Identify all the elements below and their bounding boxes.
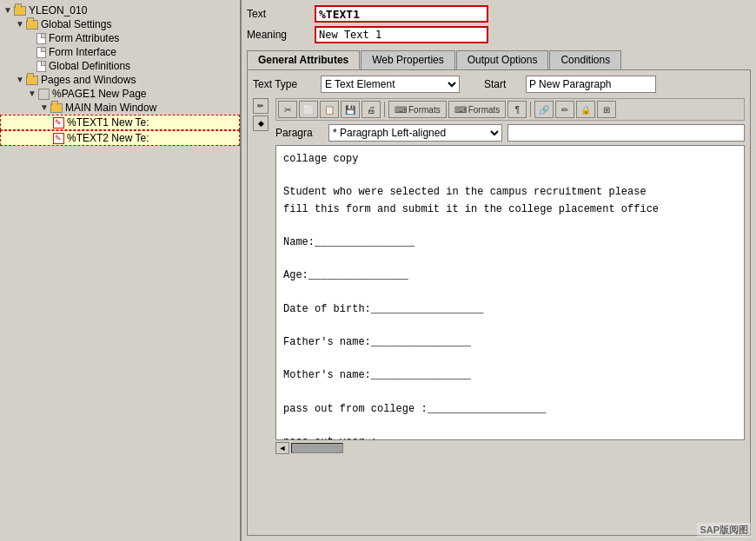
- editor-line: [283, 251, 737, 267]
- tree-item-text1[interactable]: %TEXT1 New Te:: [0, 115, 240, 130]
- side-btn-1[interactable]: ✏: [253, 98, 269, 114]
- tree-item-global-settings[interactable]: ▼ Global Settings: [0, 17, 240, 31]
- editor-line: pass out year :________________: [283, 434, 737, 440]
- editor-line: [283, 218, 737, 234]
- tree-item-main-window[interactable]: ▼ MAIN Main Window: [0, 101, 240, 115]
- editor-line: Student who were selected in the campus …: [283, 184, 737, 201]
- cut-button[interactable]: ✂: [278, 101, 297, 118]
- start-label: Start: [484, 78, 519, 90]
- editor-line: [283, 168, 737, 184]
- doc-icon: [36, 33, 46, 44]
- print-button[interactable]: 🖨: [361, 101, 381, 118]
- expand-icon: ▼: [3, 6, 12, 15]
- side-buttons: ✏ ◆: [253, 98, 269, 131]
- paragraph-row: Paragra * Paragraph Left-aligned: [275, 124, 745, 142]
- tree-label: Pages and Windows: [41, 74, 136, 86]
- formats-button-1[interactable]: ⌨ Formats: [388, 101, 447, 118]
- tree-label: %PAGE1 New Page: [52, 88, 147, 100]
- folder-icon: [50, 103, 63, 113]
- side-btn-2[interactable]: ◆: [253, 115, 269, 131]
- para-button[interactable]: ¶: [507, 101, 527, 118]
- editor-line: [283, 318, 737, 334]
- expand-icon: ▼: [28, 89, 36, 98]
- grid-button[interactable]: ⊞: [597, 101, 616, 118]
- tree-label: %TEXT2 New Te:: [67, 132, 149, 144]
- tree-item-page1[interactable]: ▼ %PAGE1 New Page: [0, 87, 240, 101]
- save-button[interactable]: 💾: [341, 101, 360, 118]
- start-input[interactable]: [526, 76, 656, 93]
- edit-icon: [53, 117, 64, 129]
- tree-label: Form Attributes: [49, 32, 119, 44]
- expand-icon: ▼: [40, 103, 49, 112]
- folder-icon: [14, 6, 26, 16]
- tab-conditions[interactable]: Conditions: [549, 50, 621, 69]
- paragraph-label: Paragra: [275, 127, 323, 139]
- editor-line: pass out from college :_________________…: [283, 401, 737, 418]
- tree-item-form-attributes[interactable]: Form Attributes: [0, 31, 240, 45]
- tree-label: %TEXT1 New Te:: [67, 116, 149, 129]
- sep2: [530, 102, 531, 117]
- folder-icon: [26, 20, 38, 30]
- expand-icon: ▼: [16, 20, 24, 29]
- tabs-bar: General Attributes Web Properties Output…: [247, 50, 751, 69]
- copy-button[interactable]: ⬜: [299, 101, 318, 118]
- tree-label: Form Interface: [49, 46, 116, 58]
- text-type-label: Text Type: [253, 78, 314, 90]
- editor-line: fill this form and submit it in the coll…: [283, 201, 737, 218]
- toolbar: ✂ ⬜ 📋 💾 🖨 ⌨ Formats ⌨ Formats: [275, 98, 745, 121]
- content-area: Text Type E Text Element Start ✏ ◆ ✂ ⬜: [247, 69, 751, 536]
- tree-item-root[interactable]: ▼ YLEON_010: [0, 3, 240, 17]
- toolbar-and-editor: ✂ ⬜ 📋 💾 🖨 ⌨ Formats ⌨ Formats: [275, 98, 745, 456]
- formats-icon-2: ⌨: [454, 105, 467, 115]
- link-button[interactable]: 🔗: [534, 101, 554, 118]
- tree-panel: ▼ YLEON_010 ▼ Global Settings Form Attri…: [0, 0, 242, 541]
- tree-label: Global Settings: [41, 18, 111, 30]
- formats-icon: ⌨: [395, 105, 407, 115]
- editor-line: Name:________________: [283, 234, 737, 251]
- doc-icon: [36, 61, 46, 72]
- tree-item-form-interface[interactable]: Form Interface: [0, 45, 240, 59]
- meaning-label: Meaning: [247, 29, 308, 41]
- tab-web[interactable]: Web Properties: [361, 50, 454, 69]
- editor-line: Date of birth:__________________: [283, 301, 737, 318]
- toolbar-area: ✏ ◆ ✂ ⬜ 📋 💾 🖨 ⌨ Formats: [253, 98, 745, 456]
- formats-label-2: Formats: [468, 105, 501, 115]
- editor-line: [283, 385, 737, 401]
- sep1: [384, 102, 385, 117]
- folder-icon: [26, 76, 38, 85]
- text-type-row: Text Type E Text Element Start: [253, 76, 745, 93]
- lock-button[interactable]: 🔒: [576, 101, 595, 118]
- tree-item-global-definitions[interactable]: Global Definitions: [0, 59, 240, 73]
- text-editor[interactable]: collage copy Student who were selected i…: [275, 145, 745, 440]
- tree-item-pages-windows[interactable]: ▼ Pages and Windows: [0, 73, 240, 87]
- editor-line: [283, 285, 737, 301]
- text-type-select[interactable]: E Text Element: [321, 76, 460, 93]
- paragraph-select[interactable]: * Paragraph Left-aligned: [328, 124, 502, 142]
- sap-watermark: SAP版阅图: [697, 523, 751, 538]
- text-label: Text: [247, 8, 308, 20]
- editor-line: Father's name:________________: [283, 334, 737, 351]
- text-input[interactable]: [315, 5, 488, 23]
- tab-output[interactable]: Output Options: [456, 50, 549, 69]
- editor-line: collage copy: [283, 151, 737, 168]
- scroll-left-btn[interactable]: ◄: [275, 442, 289, 454]
- edit-btn[interactable]: ✏: [555, 101, 574, 118]
- editor-line: [283, 351, 737, 367]
- tree-label: MAIN Main Window: [65, 102, 156, 114]
- scroll-area: ◄: [275, 440, 745, 456]
- tab-general[interactable]: General Attributes: [247, 50, 360, 69]
- page-icon: [38, 89, 50, 100]
- paste-button[interactable]: 📋: [320, 101, 339, 118]
- tree-label: Global Definitions: [49, 60, 130, 72]
- paragraph-input[interactable]: [507, 124, 745, 142]
- editor-line: [283, 418, 737, 434]
- right-panel: Text Meaning General Attributes Web Prop…: [242, 0, 756, 541]
- editor-line: Mother's name:________________: [283, 367, 737, 384]
- tree-item-text2[interactable]: %TEXT2 New Te:: [0, 130, 240, 146]
- formats-button-2[interactable]: ⌨ Formats: [448, 101, 507, 118]
- meaning-field-row: Meaning: [247, 26, 751, 43]
- scroll-track[interactable]: [291, 443, 343, 453]
- meaning-input[interactable]: [315, 26, 488, 43]
- formats-label-1: Formats: [408, 105, 441, 115]
- doc-icon: [36, 47, 46, 58]
